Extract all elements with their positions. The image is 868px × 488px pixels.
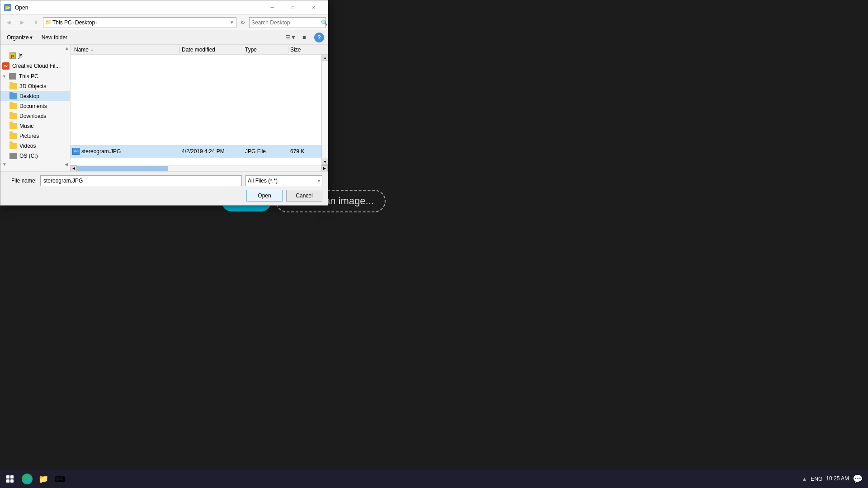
file-list-empty-space — [71, 55, 328, 145]
sidebar-label-js: js — [19, 52, 23, 59]
organize-label: Organize — [7, 34, 29, 41]
sidebar-scroll-left-icon[interactable]: ◀ — [65, 162, 68, 167]
col-date-label: Date modified — [182, 47, 215, 53]
sidebar-label-this-pc: This PC — [19, 73, 38, 80]
h-scroll-thumb — [77, 166, 168, 171]
sidebar-item-creative-cloud[interactable]: Cc Creative Cloud Fil... — [0, 61, 70, 71]
back-button[interactable]: ◀ — [2, 17, 15, 28]
jpg-file-icon: JPG — [72, 148, 80, 155]
up-button[interactable]: ⬆ — [29, 17, 42, 28]
col-header-size[interactable]: Size — [288, 47, 320, 53]
open-button[interactable]: Open — [246, 190, 283, 202]
file-area: Name ⌄ Date modified Type Size — [71, 45, 328, 171]
scroll-track[interactable] — [322, 61, 328, 159]
file-name-text: stereogram.JPG — [81, 148, 121, 155]
minimize-button[interactable]: ─ — [262, 0, 283, 15]
sidebar-item-js[interactable]: js js — [0, 51, 70, 61]
col-header-type[interactable]: Type — [243, 47, 288, 53]
scroll-up-button[interactable]: ▲ — [322, 55, 328, 61]
action-buttons: Open Cancel — [6, 190, 322, 202]
bottom-bar: File name: All Files (*.*) ▾ Open Cancel — [0, 171, 328, 205]
organize-arrow-icon: ▾ — [30, 34, 33, 41]
win-quad-2 — [10, 475, 14, 479]
cc-icon: Cc — [2, 62, 9, 70]
sidebar-scroll-up[interactable]: ▲ — [0, 45, 70, 51]
taskbar-browser-icon[interactable]: 🌐 — [20, 472, 34, 486]
file-cell-date: 4/2/2019 4:24 PM — [180, 148, 243, 155]
h-scroll-track[interactable] — [77, 165, 321, 172]
js-icon: js — [9, 52, 16, 59]
title-bar: 📂 Open ─ □ ✕ — [0, 0, 328, 15]
filetype-select[interactable]: All Files (*.*) ▾ — [245, 175, 322, 186]
view-pane-button[interactable]: ■ — [298, 32, 311, 43]
col-name-sort-icon: ⌄ — [90, 47, 94, 52]
organize-button[interactable]: Organize ▾ — [4, 33, 35, 42]
sidebar-item-3d-objects[interactable]: 3D Objects — [0, 81, 70, 91]
search-bar[interactable]: 🔍 — [249, 17, 326, 28]
windows-icon — [6, 475, 14, 483]
refresh-button[interactable]: ↻ — [237, 17, 248, 28]
expand-this-pc-icon: ▼ — [2, 74, 6, 79]
file-list: JPG stereogram.JPG 4/2/2019 4:24 PM JPG … — [71, 55, 328, 165]
main-content: ▲ js js Cc Creative Cloud Fil... ▼ This … — [0, 45, 328, 171]
scroll-down-button[interactable]: ▼ — [322, 159, 328, 165]
taskbar-arrow-icon[interactable]: ▲ — [802, 476, 807, 482]
win-quad-4 — [10, 479, 14, 483]
horizontal-scrollbar[interactable]: ◀ ▶ — [71, 165, 328, 171]
pictures-folder-icon — [9, 133, 17, 139]
documents-folder-icon — [9, 103, 17, 109]
sidebar-item-videos[interactable]: Videos — [0, 141, 70, 151]
sidebar-item-pictures[interactable]: Pictures — [0, 131, 70, 141]
browser-icon-circle: 🌐 — [22, 474, 33, 484]
search-input[interactable] — [251, 19, 319, 26]
address-part-1: 📁 — [45, 19, 52, 25]
taskbar-vscode-icon[interactable]: ⌨ — [52, 472, 67, 486]
pc-icon — [9, 73, 16, 80]
table-row[interactable]: JPG stereogram.JPG 4/2/2019 4:24 PM JPG … — [71, 145, 328, 158]
3d-objects-folder-icon — [9, 83, 17, 89]
cancel-button[interactable]: Cancel — [286, 190, 322, 202]
taskbar-explorer-icon[interactable]: 📁 — [36, 472, 51, 486]
sidebar-item-desktop[interactable]: Desktop — [0, 91, 70, 101]
filetype-label: All Files (*.*) — [248, 178, 278, 184]
taskbar-right-area: ▲ ENG 10:25 AM 💬 — [802, 474, 866, 484]
sidebar-label-downloads: Downloads — [19, 113, 46, 119]
taskbar-notification-icon[interactable]: 💬 — [853, 474, 863, 484]
address-separator-1: › — [73, 20, 74, 25]
address-bar[interactable]: 📁 This PC › Desktop › ▼ — [43, 17, 236, 28]
toolbar: ◀ ▶ ⬆ 📁 This PC › Desktop › ▼ ↻ 🔍 — [0, 15, 328, 30]
sidebar-item-documents[interactable]: Documents — [0, 101, 70, 111]
taskbar: 🌐 📁 ⌨ ▲ ENG 10:25 AM 💬 — [0, 470, 868, 488]
column-header: Name ⌄ Date modified Type Size — [71, 45, 328, 55]
sidebar-label-pictures: Pictures — [19, 133, 39, 139]
view-list-button[interactable]: ☰▼ — [284, 32, 297, 43]
address-dropdown-arrow[interactable]: ▼ — [230, 20, 234, 25]
maximize-button[interactable]: □ — [283, 0, 303, 15]
videos-folder-icon — [9, 143, 17, 149]
filetype-dropdown-icon: ▾ — [318, 178, 320, 183]
explorer-icon-symbol: 📁 — [38, 474, 49, 484]
start-button[interactable] — [2, 471, 18, 487]
sidebar-collapse-down-icon[interactable]: ▼ — [2, 162, 7, 167]
vscode-icon-symbol: ⌨ — [54, 474, 65, 484]
col-header-name[interactable]: Name ⌄ — [72, 47, 180, 53]
new-folder-button[interactable]: New folder — [39, 33, 70, 42]
filename-row: File name: All Files (*.*) ▾ — [6, 175, 322, 186]
forward-button[interactable]: ▶ — [16, 17, 28, 28]
sidebar-item-downloads[interactable]: Downloads — [0, 111, 70, 121]
help-button[interactable]: ? — [314, 33, 324, 42]
h-scroll-right-button[interactable]: ▶ — [321, 165, 328, 172]
address-desktop: Desktop — [75, 19, 95, 26]
close-button[interactable]: ✕ — [303, 0, 324, 15]
filename-input[interactable] — [40, 175, 242, 186]
col-header-date[interactable]: Date modified — [180, 47, 243, 53]
dialog-icon: 📂 — [4, 4, 11, 11]
h-scroll-left-button[interactable]: ◀ — [71, 165, 77, 172]
sidebar-label-3d-objects: 3D Objects — [19, 83, 46, 89]
file-scrollbar[interactable]: ▲ ▼ — [321, 55, 328, 165]
sidebar-item-this-pc[interactable]: ▼ This PC — [0, 71, 70, 81]
taskbar-clock: 10:25 AM — [826, 475, 849, 483]
sidebar-item-os-c[interactable]: OS (C:) — [0, 151, 70, 161]
sidebar-item-music[interactable]: Music — [0, 121, 70, 131]
sidebar-label-music: Music — [19, 123, 33, 129]
